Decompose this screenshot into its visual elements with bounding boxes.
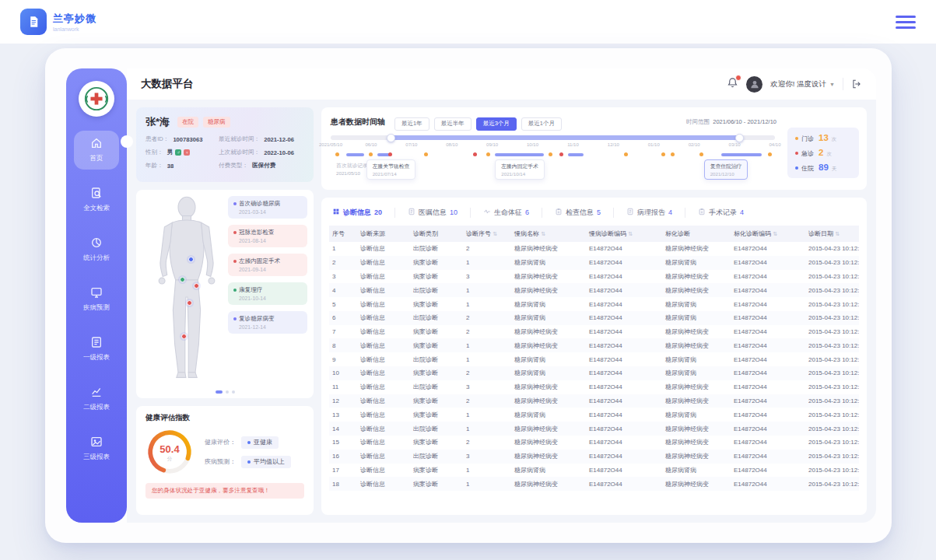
slider-handle-left[interactable]: [387, 134, 395, 142]
medical-event-card[interactable]: 首次确诊糖尿病2021-03-14: [228, 196, 307, 219]
user-icon: [749, 79, 760, 89]
sidebar-item-4[interactable]: 疾病预测: [74, 280, 119, 319]
outpatient-visit-dot[interactable]: [335, 152, 339, 156]
sidebar-item-2[interactable]: 全文检索: [74, 180, 119, 219]
table-row[interactable]: 11诊断信息出院诊断3糖尿病神经病变E14872O44糖尿病神经病变E14872…: [329, 380, 859, 394]
hamburger-menu-icon[interactable]: [896, 12, 916, 32]
tab-label: 病理报告: [637, 208, 665, 218]
outpatient-visit-dot[interactable]: [624, 152, 628, 156]
sort-icon[interactable]: ⇅: [835, 231, 840, 236]
column-header[interactable]: 诊断日期 ⇅: [805, 226, 859, 242]
column-header[interactable]: 诊断序号 ⇅: [463, 226, 511, 242]
tab-6[interactable]: 手术记录4: [685, 208, 756, 218]
timeline-event-tooltip[interactable]: 左膝关节镜检查2021/07/14: [366, 159, 416, 180]
tab-3[interactable]: 生命体征6: [471, 208, 542, 218]
medical-event-card[interactable]: 左膝内固定手术2021-09-14: [228, 254, 307, 276]
medical-event-card[interactable]: 复诊糖尿病变2021-12-14: [228, 311, 307, 334]
slider-selected-range[interactable]: [391, 135, 739, 140]
doc-icon: [408, 208, 415, 217]
stat-value: 13: [819, 133, 829, 142]
sort-icon[interactable]: ⇅: [541, 231, 545, 236]
table-row[interactable]: 14诊断信息出院诊断1糖尿病神经病变E14872O44糖尿病神经病变E14872…: [329, 422, 859, 436]
outpatient-visit-dot[interactable]: [661, 152, 665, 156]
timeline-slider[interactable]: [331, 135, 775, 140]
hospitalization-bar[interactable]: [568, 153, 584, 156]
timeline-filter-button[interactable]: 最近半年: [434, 117, 472, 131]
outpatient-visit-dot[interactable]: [424, 152, 428, 156]
outpatient-visit-dot[interactable]: [369, 152, 373, 156]
pagination-dot[interactable]: [226, 390, 229, 394]
tab-2[interactable]: 医嘱信息10: [395, 208, 471, 218]
sidebar-item-1[interactable]: 首页: [74, 131, 119, 170]
sidebar-item-5[interactable]: 一级报表: [74, 330, 119, 369]
table-row[interactable]: 16诊断信息出院诊断3糖尿病神经病变E14872O44糖尿病神经病变E14872…: [329, 450, 859, 464]
table-row[interactable]: 1诊断信息出院诊断2糖尿病神经病变E14872O44糖尿病神经病变E14872O…: [329, 242, 859, 256]
column-header[interactable]: 慢病名称 ⇅: [511, 226, 586, 242]
outpatient-visit-dot[interactable]: [549, 152, 552, 156]
outpatient-visit-dot[interactable]: [699, 152, 703, 156]
field-label: 性别：: [145, 149, 163, 156]
emergency-visit-dot[interactable]: [473, 152, 477, 156]
table-row[interactable]: 7诊断信息病案诊断2糖尿病神经病变E14872O44糖尿病神经病变E14872O…: [329, 325, 859, 339]
table-row[interactable]: 5诊断信息病案诊断1糖尿病肾病E14872O44糖尿病肾病E14872O4420…: [329, 297, 859, 311]
medical-event-card[interactable]: 冠脉造影检查2021-08-14: [228, 225, 307, 247]
tab-5[interactable]: 病理报告4: [614, 208, 685, 218]
table-row[interactable]: 13诊断信息病案诊断1糖尿病肾病E14872O44糖尿病肾病E14872O442…: [329, 408, 859, 422]
pagination-dot[interactable]: [216, 390, 223, 394]
clipboard-icon: [555, 208, 563, 217]
table-cell: 2015-04-23 10:12:22: [805, 450, 859, 464]
patient-name: 张*海: [145, 115, 170, 129]
table-row[interactable]: 8诊断信息病案诊断1糖尿病神经病变E14872O44糖尿病神经病变E14872O…: [329, 338, 859, 352]
hospitalization-bar[interactable]: [346, 153, 364, 156]
body-marker-dot[interactable]: [187, 300, 192, 306]
timeline-filter-button[interactable]: 最近1年: [394, 117, 429, 131]
body-marker-dot[interactable]: [181, 334, 187, 339]
report-icon: [90, 336, 103, 350]
table-row[interactable]: 17诊断信息病案诊断1糖尿病肾病E14872O44糖尿病肾病E14872O442…: [329, 464, 859, 478]
column-header[interactable]: 慢病诊断编码 ⇅: [586, 226, 662, 242]
hospitalization-bar[interactable]: [721, 153, 761, 156]
outpatient-visit-dot[interactable]: [768, 152, 772, 156]
tab-1[interactable]: 诊断信息20: [329, 208, 395, 218]
emergency-visit-dot[interactable]: [388, 152, 392, 156]
sidebar-item-7[interactable]: 三级报表: [74, 429, 119, 468]
timeline-event-tooltip[interactable]: 左膝内固定手术2021/10/14: [495, 159, 545, 180]
hospitalization-bar[interactable]: [495, 153, 544, 156]
sidebar-item-3[interactable]: 统计分析: [74, 230, 119, 269]
table-cell: 出院诊断: [410, 283, 463, 297]
outpatient-visit-dot[interactable]: [671, 152, 675, 156]
outpatient-visit-dot[interactable]: [486, 152, 490, 156]
table-row[interactable]: 9诊断信息出院诊断1糖尿病肾病E14872O44糖尿病肾病E14872O4420…: [329, 352, 859, 366]
table-row[interactable]: 3诊断信息病案诊断3糖尿病神经病变E14872O44糖尿病神经病变E14872O…: [329, 270, 859, 284]
table-row[interactable]: 2诊断信息病案诊断1糖尿病肾病E14872O44糖尿病肾病E14872O4420…: [329, 256, 859, 270]
slider-handle-right[interactable]: [735, 134, 744, 142]
column-header[interactable]: 标化诊断编码 ⇅: [731, 226, 805, 242]
hospital-logo[interactable]: [79, 81, 114, 117]
table-row[interactable]: 12诊断信息病案诊断2糖尿病神经病变E14872O44糖尿病神经病变E14872…: [329, 394, 859, 408]
table-cell: 诊断信息: [357, 338, 410, 352]
emergency-visit-dot[interactable]: [559, 152, 563, 156]
timeline-filter-button[interactable]: 最近1个月: [521, 117, 562, 131]
tab-4[interactable]: 检查信息5: [542, 208, 614, 218]
user-menu[interactable]: 欢迎你! 温度设计 ▼: [770, 79, 835, 89]
timeline-filter-button[interactable]: 最近3个月: [476, 117, 517, 131]
table-row[interactable]: 4诊断信息出院诊断1糖尿病神经病变E14872O44糖尿病神经病变E14872O…: [329, 283, 859, 297]
avatar[interactable]: [746, 76, 762, 93]
table-cell: 糖尿病肾病: [511, 366, 586, 380]
grid-icon: [332, 208, 340, 217]
brand-logo[interactable]: 兰亭妙微 lanlanwork: [20, 9, 96, 35]
sidebar-item-6[interactable]: 二级报表: [74, 380, 119, 418]
medical-event-card[interactable]: 康复理疗2021-10-14: [228, 282, 307, 305]
table-row[interactable]: 10诊断信息病案诊断2糖尿病肾病E14872O44糖尿病肾病E14872O442…: [329, 366, 859, 380]
field-label: 患者ID：: [145, 135, 169, 143]
sort-icon[interactable]: ⇅: [773, 231, 777, 236]
sort-icon[interactable]: ⇅: [628, 231, 633, 236]
table-row[interactable]: 6诊断信息出院诊断2糖尿病肾病E14872O44糖尿病肾病E14872O4420…: [329, 311, 859, 325]
table-row[interactable]: 15诊断信息病案诊断2糖尿病神经病变E14872O44糖尿病神经病变E14872…: [329, 436, 859, 450]
pagination-dot[interactable]: [232, 390, 235, 394]
sort-icon[interactable]: ⇅: [493, 231, 497, 236]
table-row[interactable]: 18诊断信息病案诊断1糖尿病神经病变E14872O44糖尿病神经病变E14872…: [329, 477, 859, 491]
notification-bell-icon[interactable]: [727, 77, 738, 92]
timeline-event-tooltip[interactable]: 复查住院治疗2021/12/10: [704, 159, 748, 180]
logout-button[interactable]: [851, 79, 862, 89]
